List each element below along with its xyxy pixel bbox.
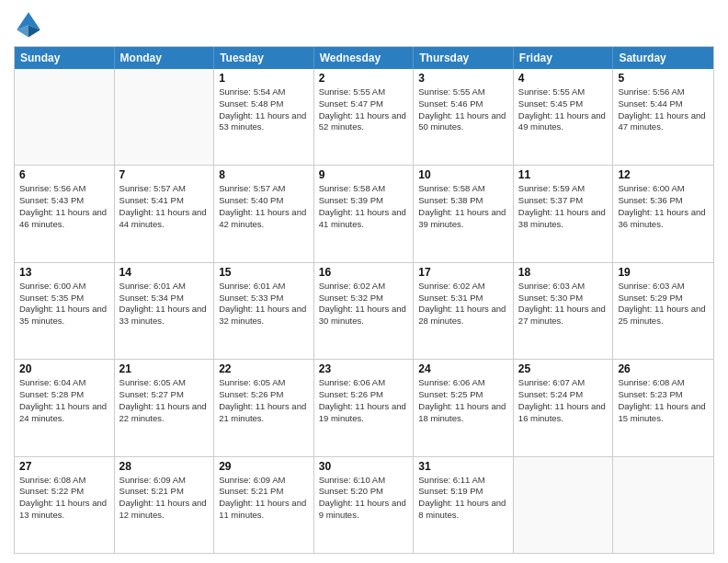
day-number: 26 [618,362,709,375]
cal-cell: 23Sunrise: 6:06 AMSunset: 5:26 PMDayligh… [314,360,415,455]
day-number: 12 [618,168,709,181]
cell-info: Sunrise: 6:01 AM [219,281,309,293]
cell-info: Daylight: 11 hours and 24 minutes. [19,401,109,425]
cell-info: Sunrise: 6:00 AM [19,281,109,293]
day-number: 14 [119,266,210,279]
day-number: 30 [319,460,409,473]
day-number: 1 [219,72,309,85]
cell-info: Daylight: 11 hours and 22 minutes. [119,401,210,425]
cell-info: Sunset: 5:45 PM [518,98,609,110]
cell-info: Daylight: 11 hours and 42 minutes. [219,207,309,231]
cell-info: Sunset: 5:25 PM [418,389,508,401]
header-day-tuesday: Tuesday [214,47,314,69]
day-number: 31 [418,460,508,473]
cell-info: Daylight: 11 hours and 11 minutes. [219,498,309,522]
header-day-wednesday: Wednesday [314,47,415,69]
header-day-friday: Friday [514,47,614,69]
cal-cell: 3Sunrise: 5:55 AMSunset: 5:46 PMDaylight… [414,69,514,165]
cal-cell: 2Sunrise: 5:55 AMSunset: 5:47 PMDaylight… [314,69,415,165]
day-number: 10 [418,168,508,181]
cell-info: Sunrise: 5:55 AM [518,86,609,98]
day-number: 17 [418,266,508,279]
day-number: 29 [219,460,309,473]
cell-info: Sunset: 5:31 PM [418,293,508,304]
cell-info: Daylight: 11 hours and 49 minutes. [518,110,609,134]
page: SundayMondayTuesdayWednesdayThursdayFrid… [0,0,728,563]
cell-info: Daylight: 11 hours and 36 minutes. [618,207,709,231]
cell-info: Sunset: 5:21 PM [219,486,309,498]
day-number: 19 [618,266,709,279]
day-number: 23 [319,362,409,375]
cell-info: Sunrise: 5:55 AM [319,86,409,98]
cell-info: Daylight: 11 hours and 18 minutes. [418,401,508,425]
cal-cell: 27Sunrise: 6:08 AMSunset: 5:22 PMDayligh… [15,457,115,553]
cal-cell: 12Sunrise: 6:00 AMSunset: 5:36 PMDayligh… [613,166,713,261]
cell-info: Sunrise: 6:08 AM [618,377,709,389]
cell-info: Sunset: 5:44 PM [618,98,709,110]
cal-cell: 16Sunrise: 6:02 AMSunset: 5:32 PMDayligh… [314,263,415,359]
cell-info: Sunrise: 6:03 AM [618,281,709,293]
day-number: 15 [219,266,309,279]
cal-cell: 8Sunrise: 5:57 AMSunset: 5:40 PMDaylight… [214,166,314,261]
day-number: 25 [518,362,609,375]
day-number: 18 [518,266,609,279]
cal-cell: 19Sunrise: 6:03 AMSunset: 5:29 PMDayligh… [613,263,713,359]
cell-info: Daylight: 11 hours and 44 minutes. [119,207,210,231]
cell-info: Sunset: 5:20 PM [319,486,409,498]
cell-info: Sunrise: 6:01 AM [119,281,210,293]
header-day-sunday: Sunday [15,47,115,69]
cell-info: Sunset: 5:39 PM [319,195,409,207]
cell-info: Daylight: 11 hours and 21 minutes. [219,401,309,425]
cal-cell: 15Sunrise: 6:01 AMSunset: 5:33 PMDayligh… [214,263,314,359]
cell-info: Sunset: 5:43 PM [19,195,109,207]
day-number: 11 [518,168,609,181]
calendar-row-4: 20Sunrise: 6:04 AMSunset: 5:28 PMDayligh… [15,359,713,455]
cell-info: Daylight: 11 hours and 50 minutes. [418,110,508,134]
cal-cell: 4Sunrise: 5:55 AMSunset: 5:45 PMDaylight… [514,69,614,165]
calendar-header: SundayMondayTuesdayWednesdayThursdayFrid… [15,47,713,69]
cal-cell: 17Sunrise: 6:02 AMSunset: 5:31 PMDayligh… [414,263,514,359]
cell-info: Sunset: 5:33 PM [219,293,309,304]
cal-cell: 20Sunrise: 6:04 AMSunset: 5:28 PMDayligh… [15,360,115,455]
cell-info: Sunset: 5:34 PM [119,293,210,304]
day-number: 6 [19,168,109,181]
cell-info: Sunset: 5:36 PM [618,195,709,207]
cell-info: Daylight: 11 hours and 15 minutes. [618,401,709,425]
cell-info: Daylight: 11 hours and 35 minutes. [19,304,109,327]
cell-info: Sunset: 5:21 PM [119,486,210,498]
cell-info: Sunset: 5:26 PM [319,389,409,401]
cell-info: Sunrise: 5:55 AM [418,86,508,98]
cal-cell: 26Sunrise: 6:08 AMSunset: 5:23 PMDayligh… [613,360,713,455]
cell-info: Sunrise: 6:04 AM [19,377,109,389]
cell-info: Daylight: 11 hours and 46 minutes. [19,207,109,231]
cell-info: Sunset: 5:40 PM [219,195,309,207]
calendar-body: 1Sunrise: 5:54 AMSunset: 5:48 PMDaylight… [15,69,713,553]
cell-info: Sunset: 5:32 PM [319,293,409,304]
calendar-row-1: 1Sunrise: 5:54 AMSunset: 5:48 PMDaylight… [15,69,713,165]
cell-info: Sunrise: 6:05 AM [219,377,309,389]
cal-cell: 25Sunrise: 6:07 AMSunset: 5:24 PMDayligh… [514,360,614,455]
cal-cell: 30Sunrise: 6:10 AMSunset: 5:20 PMDayligh… [314,457,415,553]
cell-info: Daylight: 11 hours and 12 minutes. [119,498,210,522]
calendar-row-3: 13Sunrise: 6:00 AMSunset: 5:35 PMDayligh… [15,262,713,359]
cal-cell: 9Sunrise: 5:58 AMSunset: 5:39 PMDaylight… [314,166,415,261]
cell-info: Daylight: 11 hours and 30 minutes. [319,304,409,327]
cell-info: Sunrise: 5:59 AM [518,183,609,195]
cell-info: Sunset: 5:46 PM [418,98,508,110]
cell-info: Daylight: 11 hours and 25 minutes. [618,304,709,327]
header-day-monday: Monday [115,47,215,69]
cal-cell: 13Sunrise: 6:00 AMSunset: 5:35 PMDayligh… [15,263,115,359]
header-day-saturday: Saturday [613,47,713,69]
day-number: 22 [219,362,309,375]
cell-info: Sunset: 5:24 PM [518,389,609,401]
cell-info: Sunrise: 5:57 AM [219,183,309,195]
cell-info: Sunrise: 6:08 AM [19,475,109,487]
cell-info: Daylight: 11 hours and 52 minutes. [319,110,409,134]
cell-info: Sunrise: 6:09 AM [119,475,210,487]
cell-info: Sunset: 5:47 PM [319,98,409,110]
cell-info: Sunset: 5:26 PM [219,389,309,401]
cell-info: Daylight: 11 hours and 38 minutes. [518,207,609,231]
day-number: 3 [418,72,508,85]
cal-cell: 5Sunrise: 5:56 AMSunset: 5:44 PMDaylight… [613,69,713,165]
cell-info: Sunrise: 5:58 AM [418,183,508,195]
